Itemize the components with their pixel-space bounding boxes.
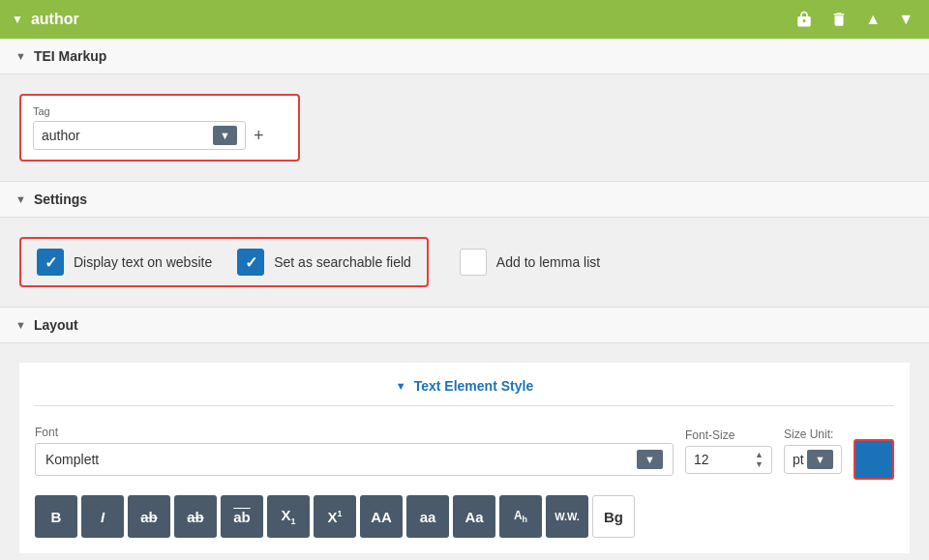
top-bar-left: ▼ author: [12, 11, 79, 28]
searchable-checkbox[interactable]: [237, 249, 264, 276]
overline-icon: ab: [233, 509, 251, 525]
layout-section: ▼ Layout ▼ Text Element Style Font Kompl…: [0, 308, 929, 560]
lowercase-icon: aa: [420, 509, 436, 525]
tes-label: Text Element Style: [414, 378, 533, 394]
font-select[interactable]: Komplett ▼: [35, 443, 674, 476]
settings-label: Settings: [34, 192, 87, 207]
color-swatch-button[interactable]: [854, 439, 894, 480]
move-down-button[interactable]: ▼: [894, 9, 917, 30]
settings-triangle-icon: ▼: [15, 193, 26, 205]
italic-icon: I: [101, 509, 105, 525]
layout-triangle-icon: ▼: [15, 319, 26, 331]
settings-section: ▼ Settings Display text on website Set a…: [0, 182, 929, 308]
tag-row: author ▼ +: [33, 121, 286, 150]
searchable-item: Set as searchable field: [237, 249, 411, 276]
layout-body: ▼ Text Element Style Font Komplett ▼ Fon…: [0, 343, 929, 560]
layout-label: Layout: [34, 317, 78, 333]
tag-label: Tag: [33, 105, 286, 117]
settings-body: Display text on website Set as searchabl…: [0, 218, 929, 307]
background-icon: Bg: [604, 509, 623, 525]
font-group: Font Komplett ▼: [35, 426, 674, 476]
move-up-button[interactable]: ▲: [861, 9, 884, 30]
lemma-item: Add to lemma list: [460, 249, 600, 276]
font-dropdown-arrow-icon[interactable]: ▼: [637, 450, 663, 469]
tei-markup-header[interactable]: ▼ TEI Markup: [0, 39, 929, 74]
superscript-button[interactable]: X1: [314, 495, 356, 538]
tag-container: Tag author ▼ +: [19, 94, 300, 162]
wordcount-button[interactable]: W.W.: [546, 495, 588, 538]
settings-header[interactable]: ▼ Settings: [0, 182, 929, 218]
fontsize-label: Font-Size: [685, 428, 772, 442]
strikethrough2-button[interactable]: ab: [174, 495, 217, 538]
display-text-label: Display text on website: [74, 254, 212, 270]
background-button[interactable]: Bg: [592, 495, 635, 538]
font-label: Font: [35, 426, 674, 439]
capitalize-button[interactable]: Aa: [453, 495, 495, 538]
italic-button[interactable]: I: [81, 495, 124, 538]
bold-button[interactable]: B: [35, 495, 77, 538]
tei-markup-body: Tag author ▼ +: [0, 74, 929, 181]
spinner-up-icon[interactable]: ▲: [755, 451, 764, 459]
lowercase-button[interactable]: aa: [406, 495, 449, 538]
highlight-icon: Ah: [514, 509, 527, 524]
tei-markup-triangle-icon: ▼: [15, 50, 26, 62]
lemma-label: Add to lemma list: [496, 254, 600, 270]
sizeunit-dropdown-arrow-icon[interactable]: ▼: [807, 450, 833, 469]
display-text-checkbox[interactable]: [37, 249, 64, 276]
strikethrough2-icon: ab: [187, 509, 204, 525]
top-bar: ▼ author ▲ ▼: [0, 0, 929, 39]
uppercase-icon: AA: [371, 509, 392, 525]
font-value: Komplett: [45, 452, 99, 467]
spinner-down-icon[interactable]: ▼: [755, 460, 764, 469]
font-row: Font Komplett ▼ Font-Size 12 ▲ ▼: [35, 422, 894, 480]
highlight-button[interactable]: Ah: [499, 495, 542, 538]
tag-add-button[interactable]: +: [254, 127, 264, 144]
strikethrough-icon: ab: [140, 509, 158, 525]
settings-checkbox-group: Display text on website Set as searchabl…: [19, 237, 429, 287]
lemma-checkbox[interactable]: [460, 249, 487, 276]
overline-button[interactable]: ab: [221, 495, 263, 538]
strikethrough-button[interactable]: ab: [128, 495, 170, 538]
capitalize-icon: Aa: [464, 509, 483, 525]
trash-button[interactable]: [826, 9, 852, 30]
subscript-button[interactable]: X1: [267, 495, 310, 538]
sizeunit-value: pt: [793, 452, 804, 467]
subscript-icon: X1: [281, 507, 295, 526]
tei-markup-label: TEI Markup: [34, 48, 106, 64]
tag-value: author: [42, 128, 80, 143]
fontsize-input[interactable]: 12 ▲ ▼: [685, 446, 772, 474]
tes-header: ▼ Text Element Style: [35, 378, 894, 406]
tei-markup-section: ▼ TEI Markup Tag author ▼ +: [0, 39, 929, 182]
tes-triangle-icon: ▼: [396, 380, 406, 392]
searchable-label: Set as searchable field: [274, 254, 411, 270]
sizeunit-select[interactable]: pt ▼: [784, 445, 842, 474]
lock-button[interactable]: [792, 9, 817, 30]
top-bar-title: author: [31, 11, 79, 28]
fontsize-group: Font-Size 12 ▲ ▼: [685, 428, 772, 474]
wordcount-icon: W.W.: [554, 511, 580, 522]
fontsize-value: 12: [694, 452, 709, 467]
sizeunit-group: Size Unit: pt ▼: [784, 427, 842, 474]
text-element-style: ▼ Text Element Style Font Komplett ▼ Fon…: [19, 363, 910, 553]
toolbar-row: B I ab ab ab X1: [35, 495, 894, 538]
sizeunit-label: Size Unit:: [784, 427, 842, 441]
uppercase-button[interactable]: AA: [360, 495, 403, 538]
display-text-item: Display text on website: [37, 249, 212, 276]
tag-select[interactable]: author ▼: [33, 121, 246, 150]
top-bar-actions: ▲ ▼: [792, 9, 917, 30]
bold-icon: B: [51, 509, 62, 525]
layout-header[interactable]: ▼ Layout: [0, 308, 929, 343]
tag-dropdown-arrow-icon[interactable]: ▼: [213, 126, 237, 145]
fontsize-spinner[interactable]: ▲ ▼: [755, 451, 764, 469]
superscript-icon: X1: [327, 509, 342, 525]
top-bar-triangle-icon[interactable]: ▼: [12, 13, 23, 26]
